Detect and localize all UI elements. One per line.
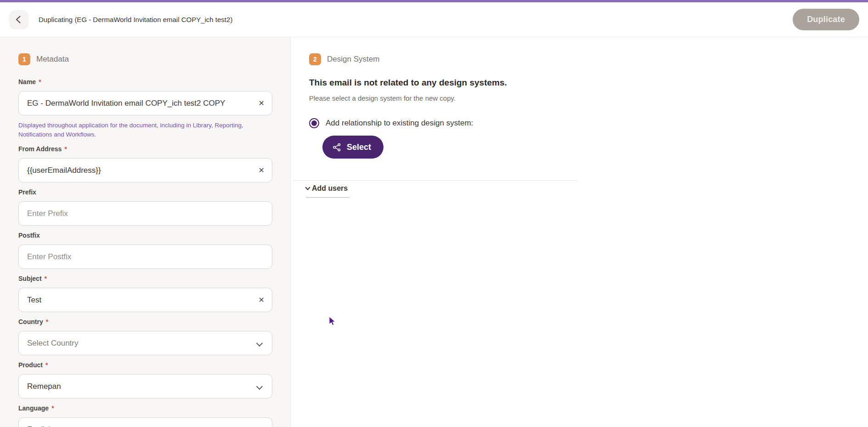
chevron-down-icon [256, 340, 263, 347]
product-select-value: Remepan [27, 382, 61, 391]
field-language: Language* English [18, 404, 272, 427]
field-prefix: Prefix [18, 188, 272, 226]
required-asterisk: * [45, 275, 47, 282]
duplicate-button[interactable]: Duplicate [793, 9, 859, 30]
language-select-value: English [27, 425, 53, 427]
product-select[interactable]: Remepan [18, 374, 272, 399]
from-address-label: From Address* [18, 145, 272, 153]
field-country: Country* Select Country [18, 318, 272, 355]
country-select[interactable]: Select Country [18, 331, 272, 355]
required-asterisk: * [39, 78, 41, 85]
top-bar: Duplicating (EG - DermaWorld Invitation … [0, 2, 868, 37]
step-2-badge: 2 [309, 53, 321, 65]
add-relationship-radio-label: Add relationship to existing design syst… [326, 119, 473, 128]
metadata-step-title: Metadata [36, 55, 69, 64]
field-postfix: Postfix [18, 232, 272, 269]
chevron-down-icon [256, 383, 263, 390]
country-select-value: Select Country [27, 339, 79, 348]
required-asterisk: * [46, 318, 48, 325]
design-system-heading: This email is not related to any design … [309, 78, 507, 88]
postfix-label: Postfix [18, 232, 272, 239]
language-select[interactable]: English [18, 417, 272, 427]
add-relationship-radio[interactable] [309, 118, 319, 128]
subject-input[interactable] [18, 288, 272, 312]
clear-from-address-icon[interactable]: ✕ [258, 166, 265, 175]
metadata-panel: 1 Metadata Name* ✕ Displayed throughout … [0, 37, 291, 427]
design-system-panel: 2 Design System This email is not relate… [291, 37, 868, 427]
add-relationship-radio-row: Add relationship to existing design syst… [309, 118, 473, 128]
select-button-label: Select [347, 142, 371, 152]
field-name: Name* ✕ Displayed throughout application… [18, 78, 272, 139]
required-asterisk: * [64, 145, 67, 153]
design-system-subheading: Please select a design system for the ne… [309, 94, 456, 102]
from-address-input[interactable] [18, 158, 272, 182]
name-label: Name* [18, 78, 272, 86]
country-label: Country* [18, 318, 272, 326]
select-design-system-button[interactable]: Select [322, 136, 383, 159]
postfix-input[interactable] [18, 245, 272, 269]
field-subject: Subject* ✕ [18, 275, 272, 312]
prefix-input[interactable] [18, 201, 272, 226]
prefix-label: Prefix [18, 188, 272, 196]
required-asterisk: * [51, 404, 54, 412]
required-asterisk: * [45, 361, 48, 369]
step-1-badge: 1 [18, 53, 30, 65]
subject-label: Subject* [18, 275, 272, 283]
product-label: Product* [18, 361, 272, 369]
name-helper-text: Displayed throughout application for the… [18, 121, 250, 139]
add-users-label: Add users [312, 184, 348, 193]
page-title: Duplicating (EG - DermaWorld Invitation … [39, 16, 232, 23]
name-input[interactable] [18, 91, 272, 115]
design-system-step-header: 2 Design System [309, 53, 379, 65]
chevron-down-icon [305, 185, 310, 190]
back-button[interactable] [9, 10, 28, 29]
chevron-left-icon [14, 14, 24, 25]
section-divider [293, 180, 577, 181]
metadata-step-header: 1 Metadata [18, 53, 272, 65]
add-users-toggle[interactable]: Add users [306, 184, 349, 198]
field-from-address: From Address* ✕ [18, 145, 272, 182]
design-system-step-title: Design System [327, 55, 379, 64]
clear-subject-icon[interactable]: ✕ [258, 296, 265, 305]
language-label: Language* [18, 404, 272, 412]
field-product: Product* Remepan [18, 361, 272, 399]
share-icon [333, 143, 341, 152]
clear-name-icon[interactable]: ✕ [258, 99, 265, 108]
